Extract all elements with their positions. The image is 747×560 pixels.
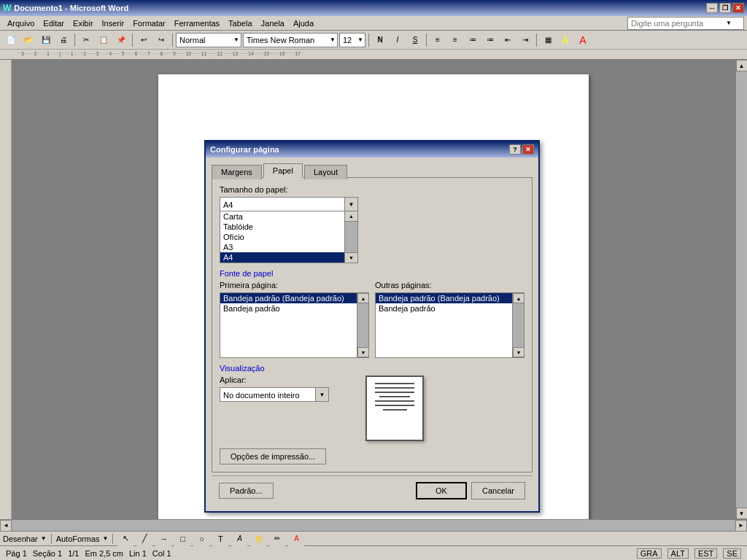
style-dropdown-icon[interactable]: ▼ <box>233 36 239 43</box>
paste-button[interactable]: 📌 <box>113 33 129 47</box>
autoforms-label[interactable]: AutoFormas <box>56 534 100 543</box>
underline-button[interactable]: S <box>407 33 423 47</box>
other-pages-col: Outras páginas: Bandeja padrão (Bandeja … <box>375 281 525 358</box>
restore-button[interactable]: ❐ <box>719 3 731 13</box>
highlight-button[interactable]: A <box>557 33 573 47</box>
menu-janela[interactable]: Janela <box>257 18 289 29</box>
cursor-button[interactable]: ↖ <box>117 532 133 546</box>
default-button[interactable]: Padrão... <box>219 483 274 499</box>
menu-ajuda[interactable]: Ajuda <box>289 18 318 29</box>
menu-arquivo[interactable]: Arquivo <box>3 18 39 29</box>
menu-formatar[interactable]: Formatar <box>128 18 170 29</box>
cut-button[interactable]: ✂ <box>78 33 94 47</box>
paper-size-dropdown-arrow[interactable]: ▼ <box>344 198 357 211</box>
tab-papel[interactable]: Papel <box>263 163 303 178</box>
first-page-item-1[interactable]: Bandeja padrão <box>220 303 357 314</box>
horizontal-scrollbar[interactable]: ◄ ► <box>0 519 747 531</box>
autoforms-dropdown-icon[interactable]: ▼ <box>103 535 109 542</box>
new-button[interactable]: 📄 <box>3 33 19 47</box>
first-page-listbox-wrap: Bandeja padrão (Bandeja padrão) Bandeja … <box>220 292 369 358</box>
font-color-draw-button[interactable]: A <box>288 532 304 546</box>
menu-inserir[interactable]: Inserir <box>98 18 129 29</box>
size-dropdown-icon[interactable]: ▼ <box>357 36 363 43</box>
increase-indent-button[interactable]: ⇥ <box>517 33 533 47</box>
paper-size-combo[interactable]: A4 ▼ <box>220 197 358 211</box>
dialog-close-button[interactable]: ✕ <box>522 144 534 155</box>
other-pages-scroll-up[interactable]: ▲ <box>513 293 525 303</box>
list-item-tabloide[interactable]: Tablóide <box>220 222 344 232</box>
cancel-button[interactable]: Cancelar <box>471 482 525 499</box>
font-dropdown-icon[interactable]: ▼ <box>330 36 336 43</box>
preview-line-7 <box>383 409 407 411</box>
first-page-item-0[interactable]: Bandeja padrão (Bandeja padrão) <box>220 293 357 303</box>
visualization-label: Visualização <box>220 364 525 373</box>
app-icon: W <box>3 3 11 13</box>
search-dropdown-icon[interactable]: ▼ <box>726 20 732 26</box>
first-page-scroll-down[interactable]: ▼ <box>357 347 369 357</box>
scroll-left-button[interactable]: ◄ <box>0 520 12 532</box>
list-item-a3[interactable]: A3 <box>220 242 344 252</box>
print-options-button[interactable]: Opções de impressão... <box>220 448 326 464</box>
other-pages-list-inner[interactable]: Bandeja padrão (Bandeja padrão) Bandeja … <box>376 293 512 357</box>
undo-button[interactable]: ↩ <box>136 33 152 47</box>
first-page-list-inner[interactable]: Bandeja padrão (Bandeja padrão) Bandeja … <box>220 293 357 357</box>
menu-editar[interactable]: Editar <box>39 18 69 29</box>
italic-button[interactable]: I <box>390 33 406 47</box>
menu-tabela[interactable]: Tabela <box>224 18 256 29</box>
apply-dropdown-arrow[interactable]: ▼ <box>315 388 328 401</box>
redo-button[interactable]: ↪ <box>153 33 169 47</box>
textbox-button[interactable]: T <box>212 532 228 546</box>
list-item-carta[interactable]: Carta <box>220 211 344 222</box>
align-center-button[interactable]: ≡ <box>447 33 463 47</box>
search-bar[interactable]: ▼ <box>627 17 744 30</box>
close-button[interactable]: ✕ <box>732 3 744 13</box>
numbering-button[interactable]: ≔ <box>482 33 498 47</box>
other-pages-item-1[interactable]: Bandeja padrão <box>376 303 512 314</box>
style-dropdown[interactable]: Normal ▼ <box>176 33 241 47</box>
decrease-indent-button[interactable]: ⇤ <box>500 33 516 47</box>
scroll-right-button[interactable]: ► <box>735 520 747 532</box>
first-page-scroll-up[interactable]: ▲ <box>357 293 369 303</box>
ok-button[interactable]: OK <box>416 482 467 499</box>
draw-label[interactable]: Desenhar <box>3 534 38 543</box>
print-button[interactable]: 🖨 <box>55 33 71 47</box>
other-pages-item-0[interactable]: Bandeja padrão (Bandeja padrão) <box>376 293 512 303</box>
paper-size-listbox[interactable]: Carta Tablóide Ofício A3 A4 <box>220 211 345 263</box>
dialog-help-button[interactable]: ? <box>509 144 521 155</box>
copy-button[interactable]: 📋 <box>96 33 112 47</box>
toolbar-sep-draw2 <box>112 534 113 544</box>
minimize-button[interactable]: ─ <box>706 3 718 13</box>
line-color-button[interactable]: ✏ <box>269 532 285 546</box>
open-button[interactable]: 📂 <box>20 33 36 47</box>
arrow-button[interactable]: → <box>155 532 171 546</box>
oval-button[interactable]: ○ <box>193 532 209 546</box>
font-color-button[interactable]: A <box>575 33 591 47</box>
paper-size-list[interactable]: Carta Tablóide Ofício A3 A4 ▲ ▼ <box>220 211 358 263</box>
save-button[interactable]: 💾 <box>38 33 54 47</box>
menu-ferramentas[interactable]: Ferramentas <box>170 18 224 29</box>
fill-color-button[interactable]: ▨ <box>250 532 266 546</box>
list-scroll-up[interactable]: ▲ <box>345 211 357 222</box>
align-left-button[interactable]: ≡ <box>430 33 446 47</box>
other-pages-scrollbar: ▲ ▼ <box>512 293 524 357</box>
line-button[interactable]: ╱ <box>136 532 152 546</box>
bold-button[interactable]: N <box>372 33 388 47</box>
border-button[interactable]: ▦ <box>540 33 556 47</box>
tab-layout[interactable]: Layout <box>304 165 347 179</box>
tab-margens[interactable]: Margens <box>212 165 262 179</box>
size-dropdown[interactable]: 12 ▼ <box>339 33 365 47</box>
draw-dropdown-icon[interactable]: ▼ <box>41 535 47 542</box>
menu-exibir[interactable]: Exibir <box>69 18 98 29</box>
visualization-section: Visualização Aplicar: No documento intei… <box>220 364 525 464</box>
rect-button[interactable]: □ <box>174 532 190 546</box>
apply-combo[interactable]: No documento inteiro ▼ <box>220 387 329 402</box>
list-item-a4[interactable]: A4 <box>220 252 344 262</box>
list-item-oficio[interactable]: Ofício <box>220 232 344 242</box>
wordart-button[interactable]: A <box>231 532 247 546</box>
other-pages-scroll-down[interactable]: ▼ <box>513 347 525 357</box>
search-input[interactable] <box>631 19 726 28</box>
list-scroll-down[interactable]: ▼ <box>345 252 357 262</box>
font-dropdown[interactable]: Times New Roman ▼ <box>243 33 338 47</box>
bullets-button[interactable]: ≔ <box>465 33 481 47</box>
paper-size-section: Tamanho do papel: A4 ▼ Carta Tablóide Of… <box>220 185 525 263</box>
